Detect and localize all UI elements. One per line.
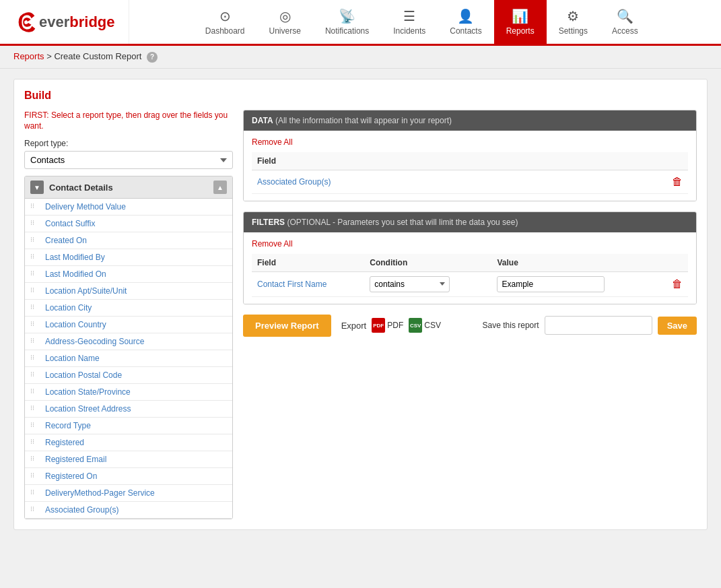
save-button[interactable]: Save [658,317,697,335]
filter-delete-icon[interactable]: 🗑 [672,278,683,290]
drag-handle-icon: ⁝⁝ [30,370,40,380]
drag-handle-icon: ⁝⁝ [30,488,40,498]
reports-nav-icon: 📊 [512,8,528,24]
data-remove-all-link[interactable]: Remove All [252,137,688,147]
list-item[interactable]: ⁝⁝Record Type [25,418,232,434]
report-type-select[interactable]: ContactsIncidentsNotifications [24,151,233,169]
breadcrumb-separator: > [46,51,54,61]
scroll-up-button[interactable]: ▲ [213,181,227,194]
table-row: Contact First Name contains equals start… [252,271,688,296]
list-item[interactable]: ⁝⁝Location City [25,300,232,317]
breadcrumb: Reports > Create Custom Report ? [0,46,721,69]
list-item[interactable]: ⁝⁝Created On [25,232,232,249]
table-row: Associated Group(s) 🗑 [252,170,688,193]
csv-label: CSV [424,321,441,330]
list-item[interactable]: ⁝⁝Delivery Method Value [25,199,232,216]
list-item[interactable]: ⁝⁝Last Modified By [25,249,232,266]
dashboard-nav-label: Dashboard [205,26,245,36]
nav-item-settings[interactable]: ⚙Settings [547,0,600,46]
collapse-button[interactable]: ▼ [30,181,44,194]
drag-handle-icon: ⁝⁝ [30,269,40,279]
instruction-text: FIRST: Select a report type, then drag o… [24,110,233,133]
help-icon[interactable]: ? [147,52,158,63]
left-panel: FIRST: Select a report type, then drag o… [24,110,233,520]
list-item[interactable]: ⁝⁝Last Modified On [25,266,232,283]
csv-icon: CSV [409,318,422,333]
drag-handle-icon: ⁝⁝ [30,320,40,329]
list-item[interactable]: ⁝⁝Location Street Address [25,401,232,418]
incidents-nav-icon: ☰ [403,8,415,24]
filter-condition-select[interactable]: contains equals starts with ends with do… [370,276,450,292]
field-item-label: Associated Group(s) [45,505,118,515]
drag-handle-icon: ⁝⁝ [30,202,40,211]
main-content: Build FIRST: Select a report type, then … [0,69,721,541]
field-item-label: Record Type [45,421,91,430]
field-list-header: ▼ Contact Details ▲ [25,176,232,199]
filter-field-col-header: Field [252,254,364,272]
report-type-label: Report type: [24,139,233,148]
field-item-label: Last Modified By [45,253,105,262]
field-item-label: Contact Suffix [45,219,95,228]
nav-item-dashboard[interactable]: ⊙Dashboard [193,0,257,46]
nav-item-access[interactable]: 🔍Access [600,0,650,46]
list-item[interactable]: ⁝⁝Registered On [25,468,232,485]
field-item-label: Location Country [45,320,106,329]
build-panel: Build FIRST: Select a report type, then … [13,79,708,531]
field-item-label: Location Postal Code [45,370,122,380]
filter-condition-cell: contains equals starts with ends with do… [364,271,491,296]
breadcrumb-reports-link[interactable]: Reports [13,51,44,61]
data-header-bold: DATA [252,116,273,125]
notifications-nav-label: Notifications [325,26,369,36]
drag-handle-icon: ⁝⁝ [30,303,40,313]
panel-layout: FIRST: Select a report type, then drag o… [24,110,697,520]
list-item[interactable]: ⁝⁝Location Apt/Suite/Unit [25,283,232,300]
export-csv-link[interactable]: CSV CSV [409,318,441,333]
save-report-input[interactable] [545,316,652,335]
field-item-label: Address-Geocoding Source [45,337,144,346]
list-item[interactable]: ⁝⁝Contact Suffix [25,216,232,232]
list-item[interactable]: ⁝⁝Registered [25,434,232,451]
nav-item-incidents[interactable]: ☰Incidents [381,0,438,46]
universe-nav-label: Universe [269,26,301,36]
preview-report-button[interactable]: Preview Report [243,315,331,337]
data-row-delete-cell: 🗑 [599,170,688,193]
drag-handle-icon: ⁝⁝ [30,421,40,430]
settings-nav-label: Settings [559,26,588,36]
list-item[interactable]: ⁝⁝Location Country [25,317,232,333]
nav-item-notifications[interactable]: 📡Notifications [313,0,381,46]
drag-handle-icon: ⁝⁝ [30,236,40,245]
field-list: ⁝⁝Delivery Method Value⁝⁝Contact Suffix⁝… [25,199,232,519]
pdf-icon: PDF [372,318,385,333]
list-item[interactable]: ⁝⁝Location State/Province [25,384,232,401]
field-item-label: Registered Email [45,455,106,464]
filter-action-col-header [658,254,688,272]
drag-handle-icon: ⁝⁝ [30,404,40,414]
list-item[interactable]: ⁝⁝Location Postal Code [25,367,232,384]
field-list-title: Contact Details [49,183,213,193]
filters-section-header: FILTERS (OPTIONAL - Parameters you set t… [244,212,696,232]
field-item-label: Location Name [45,354,100,363]
filter-condition-col-header: Condition [364,254,491,272]
field-item-label: Created On [45,236,87,245]
filters-table: Field Condition Value Contact First Name [252,254,688,297]
bottom-actions: Preview Report Export PDF PDF CSV CSV [243,315,697,337]
nav-item-reports[interactable]: 📊Reports [494,0,547,46]
list-item[interactable]: ⁝⁝Location Name [25,350,232,367]
filter-value-input[interactable] [497,276,605,292]
nav-item-universe[interactable]: ◎Universe [257,0,313,46]
right-panel: DATA (All the information that will appe… [243,110,697,337]
data-delete-icon[interactable]: 🗑 [672,176,683,188]
list-item[interactable]: ⁝⁝DeliveryMethod-Pager Service [25,485,232,502]
access-nav-icon: 🔍 [617,8,633,24]
field-item-label: Delivery Method Value [45,202,126,211]
filters-remove-all-link[interactable]: Remove All [252,239,688,249]
list-item[interactable]: ⁝⁝Address-Geocoding Source [25,333,232,350]
list-item[interactable]: ⁝⁝Associated Group(s) [25,502,232,519]
nav-items: ⊙Dashboard◎Universe📡Notifications☰Incide… [129,0,714,44]
list-item[interactable]: ⁝⁝Registered Email [25,451,232,468]
logo[interactable]: everbridge [7,0,129,44]
notifications-nav-icon: 📡 [339,8,355,24]
nav-item-contacts[interactable]: 👤Contacts [438,0,493,46]
universe-nav-icon: ◎ [279,8,291,24]
export-pdf-link[interactable]: PDF PDF [372,318,403,333]
